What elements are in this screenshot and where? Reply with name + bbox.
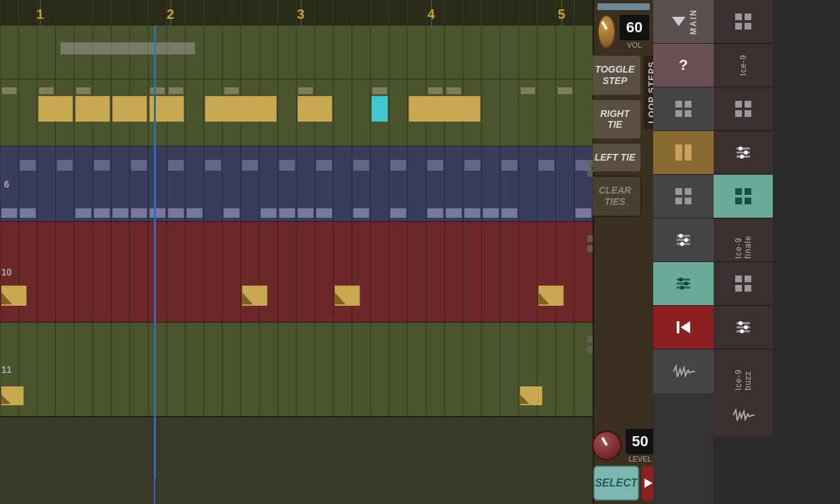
svg-point-38 <box>744 151 748 155</box>
playhead <box>155 26 156 478</box>
sliders1-icon <box>674 230 693 249</box>
sliders2-icon <box>674 274 693 293</box>
svg-rect-46 <box>735 285 742 292</box>
svg-rect-2 <box>675 101 682 108</box>
waveform-icon <box>672 364 695 380</box>
svg-point-37 <box>739 146 743 151</box>
svg-point-22 <box>684 282 688 286</box>
far-grid1-button[interactable] <box>714 87 773 131</box>
svg-point-16 <box>684 238 688 242</box>
svg-point-51 <box>739 321 743 325</box>
svg-rect-5 <box>685 110 691 117</box>
right-panel: 60 VOL TOGGLE STEP RIGHT TIE LEFT TIE CL… <box>593 0 653 504</box>
far-waveform-icon <box>732 407 755 423</box>
svg-rect-43 <box>745 198 751 204</box>
svg-rect-41 <box>745 188 751 195</box>
svg-rect-27 <box>745 13 751 20</box>
rewind-icon <box>674 318 693 337</box>
far-sliders2-button[interactable] <box>714 306 773 349</box>
right-tie-button[interactable]: RIGHT TIE <box>588 99 642 140</box>
svg-rect-28 <box>735 23 742 30</box>
svg-rect-9 <box>685 188 691 195</box>
far-sliders1-icon <box>734 143 753 162</box>
svg-marker-0 <box>644 478 653 488</box>
svg-point-21 <box>679 278 683 282</box>
svg-marker-25 <box>681 321 690 333</box>
svg-rect-29 <box>745 23 751 30</box>
side-sliders2-button[interactable] <box>653 262 714 306</box>
toggle-step-button[interactable]: TOGGLE STEP <box>588 54 642 96</box>
svg-point-23 <box>680 286 684 290</box>
svg-rect-31 <box>745 101 751 108</box>
side-grid2-button[interactable] <box>653 131 714 175</box>
ice9-buzz-text: Ice-9 buzz <box>734 349 753 393</box>
far-sliders2-icon <box>734 318 753 337</box>
svg-rect-42 <box>735 198 742 204</box>
ice9-finale-text: Ice-9 finale <box>734 218 753 261</box>
clear-ties-button[interactable]: CLEAR TIES <box>588 175 642 217</box>
striped-grid-icon <box>674 143 693 162</box>
svg-point-39 <box>740 155 744 159</box>
far-waveform-button[interactable] <box>714 393 773 437</box>
ice9-text-1: Ice-9 <box>739 52 748 79</box>
svg-rect-44 <box>735 276 742 282</box>
far-grid2-icon <box>734 187 753 206</box>
grid-icon <box>674 99 693 118</box>
svg-point-15 <box>679 234 683 238</box>
svg-rect-4 <box>675 110 682 117</box>
select-button[interactable]: SELECT <box>593 466 638 501</box>
level-label: LEVEL <box>628 455 651 463</box>
far-right-top-button[interactable] <box>714 0 773 44</box>
vol-label: VOL <box>627 41 642 49</box>
svg-point-52 <box>744 325 748 329</box>
far-grid3-icon <box>734 274 753 293</box>
play-button[interactable] <box>642 466 654 501</box>
far-grid3-button[interactable] <box>714 262 773 306</box>
rewind-button[interactable] <box>653 306 714 349</box>
svg-rect-7 <box>685 144 691 161</box>
side-grid1-button[interactable] <box>653 87 714 131</box>
svg-rect-6 <box>675 144 682 161</box>
grid-canvas <box>0 0 593 504</box>
level-display: 50 <box>625 428 656 455</box>
side-grid3-button[interactable] <box>653 175 714 218</box>
left-tie-button[interactable]: LEFT TIE <box>588 142 642 173</box>
svg-rect-26 <box>735 13 742 20</box>
bottom-section: 50 LEVEL SELECT <box>597 428 650 501</box>
ice9-label-1: Ice-9 <box>714 44 773 87</box>
svg-rect-11 <box>685 198 691 204</box>
far-grid2-button[interactable] <box>714 175 773 218</box>
main-label: MAIN <box>689 9 698 35</box>
svg-point-53 <box>740 329 744 333</box>
level-knob[interactable] <box>592 431 622 460</box>
svg-rect-40 <box>735 188 742 195</box>
svg-rect-8 <box>675 188 682 195</box>
vol-row: 60 VOL <box>597 14 650 49</box>
svg-rect-30 <box>735 101 742 108</box>
svg-rect-33 <box>745 110 751 117</box>
vol-display: 60 <box>619 14 650 41</box>
svg-rect-47 <box>745 285 751 292</box>
svg-rect-3 <box>685 101 691 108</box>
grid-top-icon <box>734 12 753 31</box>
ice9-finale-label: Ice-9 finale <box>714 218 773 262</box>
progress-bar <box>597 3 650 10</box>
svg-rect-32 <box>735 110 742 117</box>
main-dropdown-button[interactable]: MAIN <box>653 0 714 44</box>
waveform-button[interactable] <box>653 349 714 393</box>
svg-rect-24 <box>677 321 679 333</box>
question-icon: ? <box>679 56 687 74</box>
side-help-button[interactable]: ? <box>653 44 714 87</box>
svg-point-17 <box>680 242 684 246</box>
level-row: 50 LEVEL <box>592 428 656 463</box>
sequencer-area <box>0 0 593 504</box>
far-right-panel: Ice-9 Ice-9 finale <box>714 0 773 504</box>
svg-marker-1 <box>672 17 685 26</box>
far-sliders1-button[interactable] <box>714 131 773 175</box>
ice9-buzz-label: Ice-9 buzz <box>714 349 773 393</box>
svg-rect-45 <box>745 276 751 282</box>
vol-knob[interactable] <box>597 15 616 48</box>
side-sliders1-button[interactable] <box>653 218 714 262</box>
side-panel: MAIN ? <box>653 0 714 504</box>
far-grid1-icon <box>734 99 753 118</box>
